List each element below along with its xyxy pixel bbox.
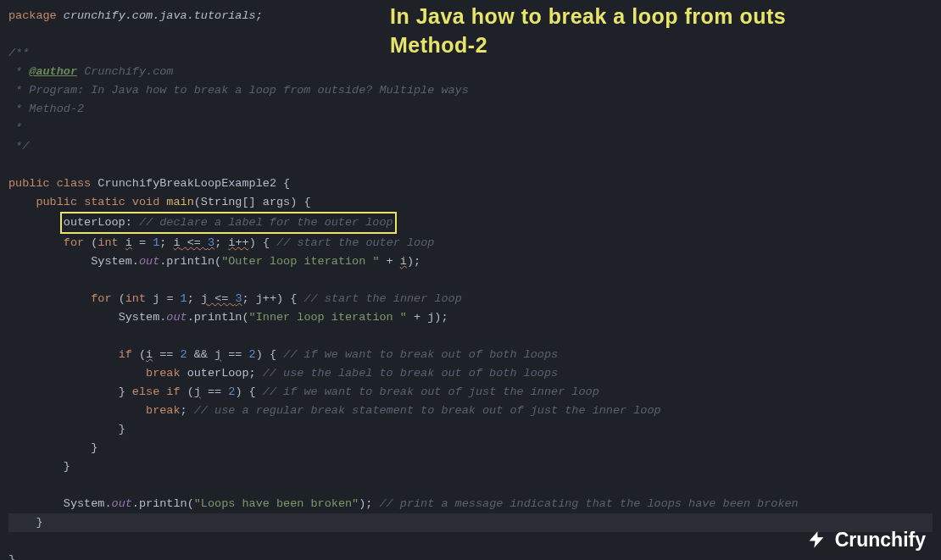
javadoc-author-tag: @author (29, 65, 77, 78)
highlighted-label: outerLoop: // declare a label for the ou… (60, 212, 397, 234)
class-name: CrunchifyBreakLoopExample2 (97, 177, 276, 190)
title-overlay: In Java how to break a loop from outs Me… (390, 2, 786, 59)
method-main: main (166, 196, 193, 208)
code-editor[interactable]: package crunchify.com.java.tutorials; /*… (0, 0, 941, 560)
javadoc-program: * Program: In Java how to break a loop f… (8, 84, 469, 97)
javadoc-open: /** (8, 47, 29, 59)
title-line-1: In Java how to break a loop from outs (390, 2, 786, 30)
crunchify-text: Crunchify (835, 530, 926, 549)
package-name: crunchify.com.java.tutorials; (57, 9, 263, 22)
javadoc-close: */ (8, 140, 29, 152)
javadoc-author: Crunchify.com (77, 65, 173, 78)
crunchify-icon (805, 528, 828, 552)
title-line-2: Method-2 (390, 30, 786, 59)
javadoc-method: * Method-2 (8, 103, 84, 115)
crunchify-logo: Crunchify (805, 528, 926, 552)
keyword-package: package (8, 9, 57, 22)
